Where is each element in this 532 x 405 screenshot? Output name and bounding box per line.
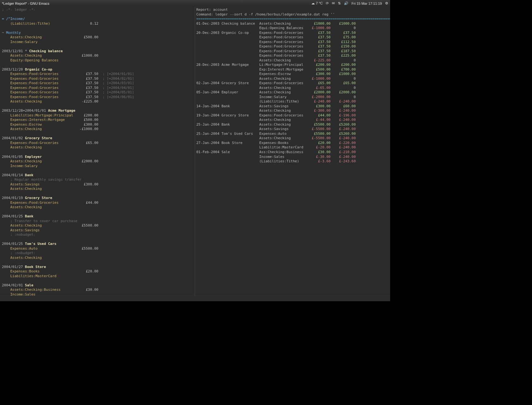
posting-line: Assets:Checking: [2, 205, 195, 210]
report-row: 01-Feb-2004 Sale Ass:Checking:Business £…: [196, 150, 390, 155]
report-row: Assets:Checking £-1000.00 0: [196, 77, 390, 81]
report-row: Assets:Savings £-5500.00 £-240.00: [196, 127, 390, 132]
posting-line: Expenses:Food:Groceries £37.50 ; [=2004/…: [2, 90, 195, 95]
txn-header: 2004/01/14 Bank: [2, 173, 195, 178]
txn-header: 2004/01/25 Tom's Used Cars: [2, 242, 195, 246]
titlebar: *Ledger Report* - GNU Emacs ☁ 7 °C ⟳ ✉ ⇅…: [0, 0, 390, 7]
volume-icon[interactable]: 🔊: [344, 1, 348, 5]
editor-area: ; -*- ledger -*- = /^Income/ (Liabilitie…: [0, 7, 390, 301]
report-row: 20-Dec-2003 Organic Co-op Expens:Food:Gr…: [196, 31, 390, 35]
report-row: 28-Dec-2003 Acme Mortgage Li:Mortgage:Pr…: [196, 63, 390, 67]
emacs-window: *Ledger Report* - GNU Emacs ☁ 7 °C ⟳ ✉ ⇅…: [0, 0, 390, 301]
posting-line: Assets:Checking -£225.00: [2, 99, 195, 104]
txn-header: 2003/12/01 * Checking balance: [2, 49, 195, 54]
posting-line: Expenses:Food:Groceries £37.50 ; [=2004/…: [2, 72, 195, 77]
report-row: Liabilitie:MasterCard £-20.00 £-240.00: [196, 145, 390, 150]
posting-line: Assets:Checking -£1000.00: [2, 127, 195, 132]
posting-line: Assets:Checking £1000.00: [2, 53, 195, 58]
report-row: (Liabilities:Tithe) £-3.60 £-243.60: [196, 159, 390, 164]
minibuffer[interactable]: [0, 296, 390, 301]
report-row: 02-Jan-2004 Grocery Store Expens:Food:Gr…: [196, 81, 390, 86]
posting-line: Assets:Checking: [2, 145, 195, 150]
report-row: Income:Salary £-2000.00 0: [196, 95, 390, 100]
txn-header: 2004/02/01 Sale: [2, 283, 195, 288]
posting-line: Assets:Checking: [2, 187, 195, 191]
mail-icon[interactable]: ✉: [332, 1, 335, 5]
left-pane[interactable]: ; -*- ledger -*- = /^Income/ (Liabilitie…: [0, 7, 195, 301]
posting-line: Expenses:Food:Groceries £37.50 ; [=2004/…: [2, 77, 195, 81]
report-row: Income:Sales £-30.00 £-240.00: [196, 155, 390, 159]
report-row: Expens:Food:Groceries £37.50 £187.50: [196, 49, 390, 54]
posting-line: Equity:Opening Balances: [2, 58, 195, 63]
network-icon[interactable]: ⇅: [338, 1, 341, 5]
posting-line: Assets:Checking £5500.00: [2, 223, 195, 228]
report-row: 05-Jan-2004 Employer Assets:Checking £20…: [196, 90, 390, 95]
posting-line: Liabilities:MasterCard: [2, 274, 195, 279]
report-row: Expens:Food:Groceries £37.50 £150.00: [196, 44, 390, 49]
refresh-icon[interactable]: ⟳: [326, 1, 329, 5]
posting-line: Assets:Checking: [2, 256, 195, 260]
posting-line: Assets:Savings £300.00: [2, 182, 195, 187]
report-row: Assets:Checking £-225.00 0: [196, 58, 390, 63]
posting-line: Income:Salary: [2, 164, 195, 169]
report-row: Assets:Checking £-300.00 £-240.00: [196, 109, 390, 113]
posting-line: Expenses:Auto £5500.00: [2, 246, 195, 251]
posting-line: Assets:Checking £2000.00: [2, 159, 195, 164]
txn-header: 2003/12/20 Organic Co-op: [2, 67, 195, 72]
posting-line: Expenses:Food:Groceries £65.00: [2, 141, 195, 146]
report-row: 19-Jan-2004 Grocery Store Expens:Food:Gr…: [196, 113, 390, 118]
report-row: 25-Jan-2004 Tom's Used Cars Expenses:Aut…: [196, 132, 390, 136]
posting-line: Expenses:Books £20.00: [2, 269, 195, 274]
weather-indicator: ☁ 7 °C: [311, 1, 323, 5]
report-row: Assets:Checking £-44.00 £-240.00: [196, 118, 390, 122]
report-row: Equi:Opening Balances £-1000.00 0: [196, 26, 390, 31]
posting-line: Expenses:Food:Groceries £37.50 ; [=2004/…: [2, 86, 195, 90]
report-row: Expenses:Escrow £300.00 £1000.00: [196, 72, 390, 77]
window-title: *Ledger Report* - GNU Emacs: [2, 2, 49, 5]
report-row: 27-Jan-2004 Book Store Expenses:Books £2…: [196, 141, 390, 146]
system-tray: ☁ 7 °C ⟳ ✉ ⇅ 🔊 Fri 15 Mar 17:11:19 ⚙: [311, 1, 388, 5]
posting-line: Expenses:Interest:Mortgage £500.00: [2, 118, 195, 122]
report-row: 14-Jan-2004 Bank Assets:Savings £300.00 …: [196, 104, 390, 109]
report-row: Assets:Checking £-65.00 0: [196, 86, 390, 90]
txn-header: 2004/01/25 Bank: [2, 214, 195, 219]
posting-line: Expenses:Food:Groceries £37.50 ; [=2004/…: [2, 95, 195, 100]
report-row: 25-Jan-2004 Bank Assets:Checking £5500.0…: [196, 122, 390, 127]
report-row: (Liabilities:Tithe) £-240.00 £-240.00: [196, 99, 390, 104]
gear-icon[interactable]: ⚙: [385, 1, 388, 5]
txn-header: 2004/01/02 Grocery Store: [2, 136, 195, 141]
txn-header: 2004/01/05 Employer: [2, 155, 195, 159]
report-row: Exp:Interest:Mortgage £500.00 £700.00: [196, 67, 390, 72]
report-row: Expens:Food:Groceries £37.50 £75.00: [196, 35, 390, 40]
posting-line: Expenses:Escrow £300.00: [2, 122, 195, 127]
posting-line: Liabilities:Mortgage:Principal £200.00: [2, 113, 195, 118]
report-header: Report: account: [196, 8, 390, 12]
report-row: Expens:Food:Groceries £37.50 £225.00: [196, 53, 390, 58]
report-divider: ========================================…: [196, 17, 390, 22]
txn-header: 2003/12/28=2004/01/01 Acme Mortgage: [2, 109, 195, 113]
txn-header: 2004/01/27 Book Store: [2, 265, 195, 270]
posting-line: Assets:Savings: [2, 228, 195, 233]
report-command: Command: ledger --sort d -f /home/borbus…: [196, 12, 390, 17]
posting-line: Assets:Checking:Business £30.00: [2, 288, 195, 292]
right-pane[interactable]: Report: accountCommand: ledger --sort d …: [195, 7, 390, 301]
report-row: 01-Dec-2003 Checking balance Assets:Chec…: [196, 22, 390, 26]
txn-header: 2004/01/19 Grocery Store: [2, 196, 195, 201]
report-row: Expens:Food:Groceries £37.50 £112.50: [196, 40, 390, 45]
clock: Fri 15 Mar 17:11:19: [352, 2, 382, 5]
posting-line: Expenses:Food:Groceries £44.00: [2, 201, 195, 205]
posting-line: Expenses:Food:Groceries £37.50 ; [=2004/…: [2, 81, 195, 86]
report-row: Assets:Checking £-5500.00 £-240.00: [196, 136, 390, 141]
